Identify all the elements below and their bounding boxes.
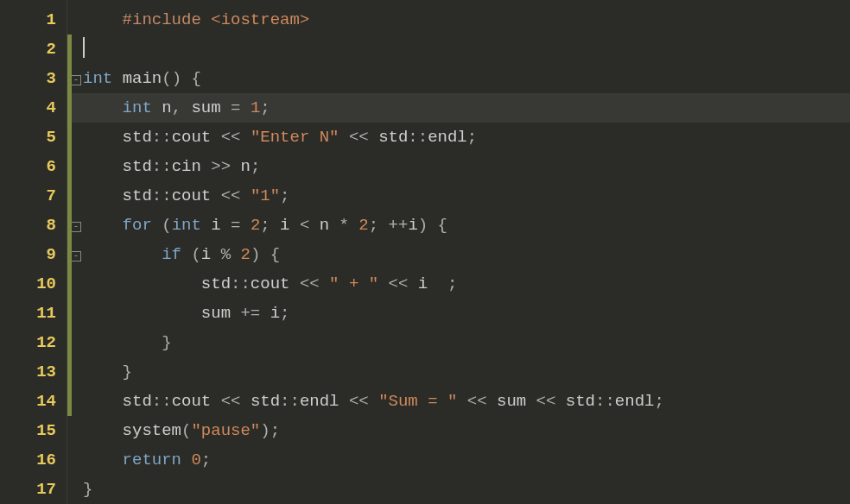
- token-op: <<: [349, 128, 369, 147]
- token-punc: ::: [152, 157, 172, 176]
- code-line[interactable]: std::cout << std::endl << "Sum = " << su…: [67, 387, 850, 416]
- token-default: [240, 186, 250, 205]
- code-line[interactable]: - if (i % 2) {: [67, 240, 850, 269]
- token-default: [181, 69, 191, 88]
- token-str: "pause": [191, 421, 260, 440]
- change-marker: [67, 123, 72, 152]
- token-punc: ::: [152, 128, 172, 147]
- token-default: [260, 245, 270, 264]
- token-op: <<: [349, 392, 369, 411]
- token-default: n: [309, 216, 339, 235]
- token-default: [369, 392, 378, 411]
- token-default: [112, 69, 122, 88]
- token-member: cout: [172, 392, 212, 411]
- fold-toggle-icon[interactable]: -: [71, 251, 81, 261]
- token-type: int: [123, 98, 152, 117]
- token-str: " + ": [329, 274, 378, 293]
- token-op: <<: [221, 128, 241, 147]
- token-punc: (): [162, 69, 181, 88]
- line-number: 16: [0, 445, 67, 475]
- token-punc: ;: [447, 274, 457, 293]
- text-cursor: [83, 37, 85, 58]
- token-default: i: [408, 274, 447, 293]
- token-punc: ;: [270, 421, 280, 440]
- code-line[interactable]: -int main() {: [67, 64, 850, 93]
- token-punc: ;: [260, 98, 270, 117]
- token-default: i: [270, 216, 300, 235]
- code-line[interactable]: [67, 35, 850, 64]
- token-num: 1: [251, 98, 260, 117]
- code-line[interactable]: }: [67, 475, 850, 504]
- indent: [83, 216, 123, 235]
- token-num: 0: [191, 450, 200, 469]
- token-ident: std: [566, 392, 595, 411]
- change-marker: [67, 240, 72, 269]
- token-default: n: [231, 157, 251, 176]
- token-punc: (: [162, 216, 171, 235]
- code-line[interactable]: - for (int i = 2; i < n * 2; ++i) {: [67, 211, 850, 240]
- token-ident: std: [251, 392, 280, 411]
- token-punc: ;: [260, 216, 270, 235]
- token-punc: ): [418, 216, 428, 235]
- token-default: [181, 450, 191, 469]
- indent: [83, 98, 123, 117]
- code-line[interactable]: return 0;: [67, 445, 850, 475]
- line-number: 12: [0, 328, 67, 357]
- fold-toggle-icon[interactable]: -: [71, 222, 81, 232]
- token-default: [240, 216, 250, 235]
- token-punc: ::: [231, 274, 251, 293]
- code-line[interactable]: #include <iostream>: [67, 5, 850, 35]
- token-default: [152, 216, 162, 235]
- line-number: 17: [0, 475, 67, 504]
- fold-toggle-icon[interactable]: -: [71, 75, 81, 85]
- token-member: endl: [428, 128, 467, 147]
- change-marker: [67, 35, 72, 64]
- token-punc: ::: [152, 186, 172, 205]
- token-default: [289, 274, 299, 293]
- line-number: 6: [0, 152, 67, 181]
- code-line[interactable]: }: [67, 328, 850, 357]
- token-default: [339, 128, 349, 147]
- indent: [83, 186, 123, 205]
- token-op: *: [339, 216, 349, 235]
- token-default: [378, 216, 388, 235]
- change-marker: [67, 93, 72, 123]
- token-default: [457, 392, 466, 411]
- token-punc: }: [123, 362, 132, 381]
- code-line[interactable]: std::cout << " + " << i ;: [67, 269, 850, 299]
- code-line[interactable]: std::cout << "Enter N" << std::endl;: [67, 123, 850, 152]
- token-func: main: [123, 69, 162, 88]
- code-area[interactable]: #include <iostream>-int main() { int n, …: [67, 0, 850, 504]
- indent: [83, 157, 123, 176]
- token-default: n: [152, 98, 172, 117]
- token-punc: ;: [467, 128, 477, 147]
- code-line[interactable]: int n, sum = 1;: [67, 93, 850, 123]
- token-punc: ::: [408, 128, 428, 147]
- code-line[interactable]: std::cout << "1";: [67, 181, 850, 211]
- token-str: "Enter N": [251, 128, 339, 147]
- token-default: sum: [181, 98, 231, 117]
- line-number: 4: [0, 93, 67, 123]
- token-punc: ): [251, 245, 260, 264]
- change-marker: [67, 64, 72, 93]
- token-ident: std: [201, 274, 231, 293]
- token-ident: std: [378, 128, 408, 147]
- code-line[interactable]: system("pause");: [67, 416, 850, 445]
- indent: [83, 304, 201, 323]
- code-line[interactable]: sum += i;: [67, 299, 850, 328]
- code-line[interactable]: std::cin >> n;: [67, 152, 850, 181]
- token-default: sum: [487, 392, 536, 411]
- code-line[interactable]: }: [67, 357, 850, 387]
- token-punc: ;: [201, 450, 211, 469]
- token-default: [211, 392, 220, 411]
- token-member: cout: [172, 128, 212, 147]
- token-op: <: [300, 216, 309, 235]
- token-punc: (: [191, 245, 200, 264]
- indent: [83, 392, 123, 411]
- line-number: 7: [0, 181, 67, 211]
- token-default: i: [260, 304, 280, 323]
- token-ident: std: [123, 157, 152, 176]
- token-default: [378, 274, 388, 293]
- token-member: endl: [615, 392, 655, 411]
- token-punc: ): [260, 421, 270, 440]
